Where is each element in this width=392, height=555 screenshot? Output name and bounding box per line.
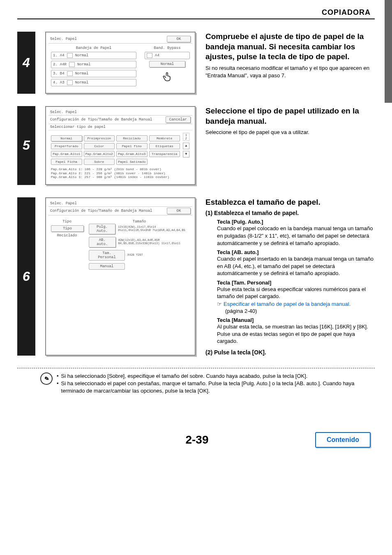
key-label: Tecla [Pulg. Auto.] <box>217 219 375 225</box>
paper-type-button[interactable]: Etiquetas <box>149 143 180 149</box>
cross-reference-link[interactable]: Especificar el tamaño de papel de la ban… <box>224 301 350 307</box>
tamano-header: Tamaño <box>89 220 190 224</box>
note-text: Si ha seleccionado el papel con pestañas… <box>61 380 375 395</box>
reference-icon: ☞ <box>217 301 222 307</box>
step-4: 4 Selec. Papel OK Bandeja de Papel 1.A4N… <box>17 32 375 94</box>
weight-note: Pap.Gram.Alto 3: 257 - 300 g/m² (140lb i… <box>51 175 190 179</box>
level-icon <box>69 62 75 67</box>
header-rule <box>17 18 375 19</box>
key-label: Tecla [AB. auto.] <box>217 249 375 255</box>
key-body: Cuando el papel insertado en la bandeja … <box>217 255 375 277</box>
paper-type-button[interactable]: Normal <box>51 135 82 141</box>
step6-lead: Establezca el tamaño de papel. <box>205 197 375 208</box>
tipo-value: Reciclado <box>51 234 83 238</box>
screen-title-label: Selec. Papel <box>50 37 77 41</box>
bypass-size[interactable]: A4 <box>145 52 190 59</box>
bullet: • <box>57 380 59 395</box>
key-body: Pulse esta tecla si desea especificar va… <box>217 286 375 300</box>
paper-type-button[interactable]: Pap.Gram.Alto1 <box>51 151 82 157</box>
paper-type-button[interactable]: Transparencia <box>149 151 180 157</box>
notes-block: ✎ •Si ha seleccionado [Sobre], especifiq… <box>17 372 375 395</box>
weight-note: Pap.Gram.Alto 1: 106 - 220 g/m² (28lb bo… <box>51 167 190 171</box>
tray-row[interactable]: 3.B4Normal <box>51 70 136 77</box>
key-label: Tecla [Manual] <box>217 317 375 323</box>
size-desc: 12x18(A3W),11x17,8½x14 8½x11,8½x11R,5½x8… <box>118 226 190 232</box>
paper-type-button[interactable]: Preimpresión <box>84 135 115 141</box>
paper-type-button[interactable]: Papel fino <box>116 143 148 149</box>
step6-item2: (2) Pulse la tecla [OK]. <box>205 349 375 356</box>
note-icon: ✎ <box>39 371 54 386</box>
tray-row[interactable]: 4.A3Normal <box>51 79 136 86</box>
paper-type-button[interactable]: Pap.Gram.Alto3 <box>116 151 148 157</box>
paper-type-button[interactable]: Pap.Gram.Alto2 <box>84 151 115 157</box>
step5-lead: Seleccione el tipo de papel utilizado en… <box>205 106 375 126</box>
tipo-header: Tipo <box>51 220 83 224</box>
page-down-button[interactable]: ▼ <box>183 151 189 157</box>
size-button-ab-auto[interactable]: AB. auto. <box>89 237 116 247</box>
bypass-header: Band. Bypass <box>145 46 190 50</box>
step5-sub: Seleccione el tipo de papel que va a uti… <box>205 129 375 136</box>
step4-lead: Compruebe el ajuste de tipo de papel de … <box>205 32 375 62</box>
step-number: 4 <box>17 32 35 94</box>
note-text: Si ha seleccionado [Sobre], especifique … <box>61 372 308 380</box>
level-icon <box>67 80 73 85</box>
size-button-inch-auto[interactable]: Pulg. Auto. <box>89 224 115 234</box>
level-icon <box>147 53 152 58</box>
page-number: 2-39 <box>79 433 315 446</box>
step4-sub: Si no resulta necesario modificar el tam… <box>205 65 375 79</box>
tipo-button[interactable]: Tipo <box>51 225 84 232</box>
size-desc: X420 Y297 <box>127 254 143 257</box>
paper-type-button[interactable]: Membrete <box>149 135 180 141</box>
cancel-button[interactable]: Cancelar <box>166 116 191 123</box>
step-number: 5 <box>17 106 35 185</box>
step-number: 6 <box>17 197 35 356</box>
tray-row[interactable]: 1.A4Normal <box>51 52 136 59</box>
ok-button[interactable]: OK <box>167 208 191 214</box>
level-icon <box>67 53 73 58</box>
page-indicator: 12 <box>183 133 189 141</box>
size-desc: A3W(12x18),A3,A4,A4R,A5R B4,B5,B5R,216x3… <box>118 239 190 245</box>
key-body: Al pulsar esta tecla, se muestran las te… <box>217 323 375 345</box>
header-title: COPIADORA <box>17 8 375 17</box>
paper-tray-header: Bandeja de Papel <box>51 46 136 50</box>
ref-page: (página 2-40) <box>217 308 375 315</box>
contents-link[interactable]: Contenido <box>315 432 371 448</box>
key-label: Tecla [Tam. Personal] <box>217 280 375 286</box>
paper-type-button[interactable]: Reciclado <box>116 135 148 141</box>
paper-type-button[interactable]: Papel Ficha <box>51 159 82 165</box>
bypass-type-button[interactable]: Normal <box>149 61 185 67</box>
paper-type-button[interactable]: Color <box>84 143 115 149</box>
size-button-custom[interactable]: Tam. Personal <box>89 250 125 261</box>
bullet: • <box>57 372 59 380</box>
screen-select-paper-5: Selec. Papel Configuración de Tipo/Tamañ… <box>45 106 196 185</box>
screen-select-paper-6: Selec. Papel Configuración de Tipo/Tamañ… <box>45 197 196 356</box>
screen-select-paper-4: Selec. Papel OK Bandeja de Papel 1.A4Nor… <box>45 32 196 94</box>
level-icon <box>67 71 73 76</box>
key-body: Cuando el papel colocado en la bandeja m… <box>217 225 375 247</box>
screen-subtitle: Configuración de Tipo/Tamaño de Bandeja … <box>50 118 152 122</box>
screen-subtitle: Configuración de Tipo/Tamaño de Bandeja … <box>50 209 152 213</box>
paper-type-button[interactable]: Sobre <box>84 159 115 165</box>
step-5: 5 Selec. Papel Configuración de Tipo/Tam… <box>17 106 375 185</box>
select-type-label: Seleccionar tipo de papel <box>48 124 192 130</box>
paper-type-button[interactable]: Preperforado <box>51 143 82 149</box>
step6-item1: (1) Establezca el tamaño de papel. <box>205 210 375 216</box>
page-up-button[interactable]: ▲ <box>183 143 189 149</box>
step-6: 6 Selec. Papel Configuración de Tipo/Tam… <box>17 197 375 356</box>
ok-button[interactable]: OK <box>167 36 191 42</box>
tap-hand-icon <box>145 71 190 83</box>
paper-type-button[interactable]: Papel Satinado <box>116 159 148 165</box>
weight-note: Pap.Gram.Alto 2: 221 - 256 g/m² (80lb co… <box>51 171 190 176</box>
screen-title-label: Selec. Papel <box>50 110 77 114</box>
tray-row[interactable]: 2.A4RNormal <box>51 61 136 68</box>
size-button-manual[interactable]: Manual <box>89 263 125 270</box>
screen-title-label: Selec. Papel <box>50 201 77 206</box>
separator <box>17 368 375 368</box>
section-tab <box>385 0 392 103</box>
